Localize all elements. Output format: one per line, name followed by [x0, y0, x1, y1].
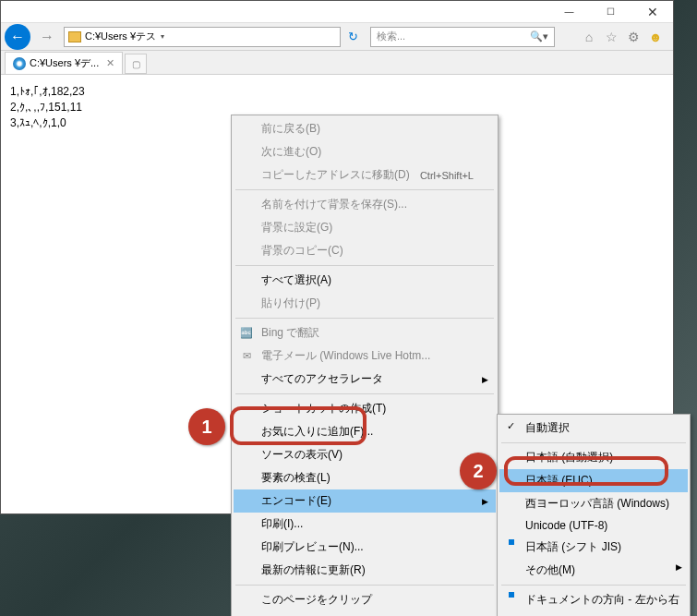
menu-copy-bg[interactable]: 背景のコピー(C) [234, 239, 496, 262]
search-placeholder: 検索... [377, 30, 405, 43]
tab-active[interactable]: C:¥Users ¥デ... ✕ [5, 52, 123, 74]
menu-email[interactable]: ✉電子メール (Windows Live Hotm... [234, 344, 496, 368]
submenu-utf8[interactable]: Unicode (UTF-8) [499, 515, 688, 536]
menu-refresh[interactable]: 最新の情報に更新(R) [234, 559, 496, 582]
toolbar-icons: ⌂ ☆ ⚙ ☻ [581, 29, 669, 45]
favorites-icon[interactable]: ☆ [603, 29, 619, 45]
bullet-icon [509, 539, 514, 545]
menu-encoding[interactable]: エンコード(E)▶ [234, 489, 496, 513]
menu-separator [501, 442, 686, 443]
bullet-icon [509, 592, 514, 598]
close-button[interactable]: ✕ [631, 2, 673, 22]
settings-icon[interactable]: ⚙ [625, 29, 642, 45]
menu-view-source[interactable]: ソースの表示(V) [234, 443, 496, 466]
menu-set-bg[interactable]: 背景に設定(G) [234, 216, 496, 239]
menu-separator [501, 585, 686, 586]
menu-separator [235, 189, 494, 190]
forward-button[interactable]: → [34, 24, 60, 50]
content-line: 2,ｸ,､,,ﾌ,151,11 [10, 100, 664, 115]
translate-icon: 🔤 [239, 326, 254, 341]
submenu-ltr[interactable]: ドキュメントの方向 - 左から右 [499, 588, 688, 611]
address-text: C:¥Users ¥テス [85, 30, 156, 43]
menu-all-accelerators[interactable]: すべてのアクセラレータ▶ [234, 368, 496, 391]
search-icon[interactable]: 🔍▾ [530, 30, 548, 42]
home-icon[interactable]: ⌂ [581, 29, 597, 45]
annotation-box-1 [230, 406, 367, 445]
submenu-arrow-icon: ▶ [482, 375, 488, 384]
tab-bar: C:¥Users ¥デ... ✕ ▢ [1, 51, 673, 75]
menu-paste[interactable]: 貼り付け(P) [234, 292, 496, 315]
address-bar[interactable]: C:¥Users ¥テス ▾ [64, 27, 341, 47]
menu-separator [235, 585, 494, 586]
refresh-icon[interactable]: ↻ [344, 30, 361, 43]
submenu-other[interactable]: その他(M)▶ [499, 559, 688, 582]
context-menu: 前に戻る(B) 次に進む(O) コピーしたアドレスに移動(D)Ctrl+Shif… [231, 115, 499, 616]
submenu-rtl[interactable]: ドキュメントの方向 - 右から左 [499, 611, 688, 616]
check-icon: ✓ [507, 420, 515, 432]
menu-print[interactable]: 印刷(I)... [234, 513, 496, 536]
menu-clip-page[interactable]: このページをクリップ [234, 588, 496, 611]
tab-title: C:¥Users ¥デ... [30, 56, 99, 70]
menu-separator [235, 265, 494, 266]
menu-goto-copied[interactable]: コピーしたアドレスに移動(D)Ctrl+Shift+L [234, 163, 496, 187]
submenu-auto-select[interactable]: ✓自動選択 [499, 417, 688, 440]
submenu-sjis[interactable]: 日本語 (シフト JIS) [499, 536, 688, 559]
new-tab-button[interactable]: ▢ [125, 54, 147, 74]
submenu-arrow-icon: ▶ [482, 497, 488, 506]
minimize-button[interactable]: — [548, 2, 590, 22]
annotation-box-2 [504, 456, 668, 486]
menu-forward[interactable]: 次に進む(O) [234, 140, 496, 163]
address-dropdown-icon[interactable]: ▾ [156, 32, 169, 41]
nav-bar: ← → C:¥Users ¥テス ▾ ↻ 検索... 🔍▾ ⌂ ☆ ⚙ ☻ [1, 23, 673, 51]
title-bar: — ☐ ✕ [1, 1, 673, 23]
menu-back[interactable]: 前に戻る(B) [234, 117, 496, 140]
back-button[interactable]: ← [5, 24, 30, 50]
submenu-western[interactable]: 西ヨーロッパ言語 (Windows) [499, 492, 688, 515]
encoding-submenu: ✓自動選択 日本語 (自動選択) 日本語 (EUC) 西ヨーロッパ言語 (Win… [497, 414, 691, 616]
menu-separator [235, 318, 494, 319]
menu-bing-translate[interactable]: 🔤Bing で翻訳 [234, 321, 496, 344]
search-box[interactable]: 検索... 🔍▾ [370, 27, 555, 47]
content-line: 1,ﾄｫ,｢,ｵ,182,23 [10, 84, 664, 100]
annotation-badge-1: 1 [188, 408, 225, 445]
menu-save-bg[interactable]: 名前を付けて背景を保存(S)... [234, 193, 496, 216]
annotation-badge-2: 2 [460, 453, 497, 489]
menu-separator [235, 393, 494, 394]
submenu-arrow-icon: ▶ [676, 562, 682, 572]
tab-close-icon[interactable]: ✕ [106, 57, 114, 69]
smiley-icon[interactable]: ☻ [647, 29, 664, 45]
maximize-button[interactable]: ☐ [590, 2, 631, 22]
menu-inspect[interactable]: 要素の検査(L) [234, 466, 496, 489]
folder-icon [68, 31, 81, 42]
menu-select-all[interactable]: すべて選択(A) [234, 269, 496, 292]
menu-print-preview[interactable]: 印刷プレビュー(N)... [234, 536, 496, 559]
menu-clip-bookmark[interactable]: ブックマークをクリップ [234, 611, 496, 616]
ie-icon [13, 57, 26, 70]
mail-icon: ✉ [239, 349, 254, 364]
